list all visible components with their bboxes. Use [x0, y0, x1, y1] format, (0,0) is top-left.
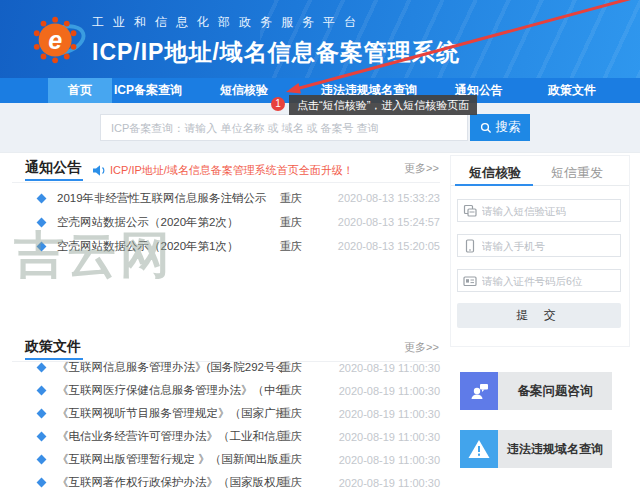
- notice-row-time: 2020-08-13 15:33:23: [338, 192, 440, 204]
- notices-more-link[interactable]: 更多>>: [404, 161, 439, 176]
- policy-row-region: 重庆: [280, 360, 302, 375]
- sms-tabs: 短信核验 短信重发: [451, 156, 629, 186]
- policy-row-region: 重庆: [280, 452, 302, 467]
- policy-row-title[interactable]: 《互联网著作权行政保护办法》（国家版权局 信息产业部令第5号: [57, 475, 282, 490]
- policies-title: 政策文件: [25, 338, 81, 356]
- policy-row[interactable]: 《互联网著作权行政保护办法》（国家版权局 信息产业部令第5号 重庆 2020-0…: [12, 471, 440, 494]
- phone-field-wrap: [457, 234, 621, 257]
- policy-row-title[interactable]: 《电信业务经营许可管理办法》（工业和信息化部令第5号）: [57, 429, 282, 444]
- notice-marquee[interactable]: ICP/IP地址/域名信息备案管理系统首页全面升级！: [110, 163, 354, 178]
- notice-row[interactable]: 2019年非经营性互联网信息服务注销公示 重庆 2020-08-13 15:33…: [12, 186, 440, 210]
- diamond-bullet-icon: [37, 363, 47, 373]
- notice-row-title[interactable]: 空壳网站数据公示（2020年第2次）: [57, 215, 238, 230]
- policy-row-time: 2020-08-19 11:00:30: [339, 431, 440, 443]
- warning-icon: [460, 430, 498, 468]
- notice-row-region: 重庆: [280, 215, 302, 230]
- icp-search-input[interactable]: [100, 114, 468, 141]
- id-number-input[interactable]: [482, 275, 612, 287]
- illegal-domain-banner[interactable]: 违法违规域名查询: [460, 430, 612, 468]
- consult-icon: [460, 372, 498, 410]
- notice-row[interactable]: 空壳网站数据公示（2020年第1次） 重庆 2020-08-13 15:20:0…: [12, 234, 440, 258]
- policy-row-time: 2020-08-19 11:00:30: [339, 477, 440, 489]
- policy-row-time: 2020-08-19 11:00:30: [339, 362, 440, 374]
- speaker-icon: [92, 164, 107, 177]
- policy-row-title[interactable]: 《互联网出版管理暂行规定 》（国新闻出版总署、信息产业部令: [57, 452, 282, 467]
- divider: [0, 152, 640, 153]
- notice-list: 2019年非经营性互联网信息服务注销公示 重庆 2020-08-13 15:33…: [12, 186, 440, 258]
- policy-row-title[interactable]: 《互联网医疗保健信息服务管理办法》（中华人民共和国卫生部令: [57, 383, 282, 398]
- diamond-bullet-icon: [37, 432, 47, 442]
- search-button-label: 搜索: [496, 119, 521, 136]
- diamond-bullet-icon: [37, 478, 47, 488]
- icp-beian-homepage: e 工业和信息化部政务服务平台 ICP/IP地址/域名信息备案管理系统 首页 I…: [0, 0, 640, 500]
- search-icon: [480, 122, 492, 134]
- notice-row-region: 重庆: [280, 239, 302, 254]
- site-header: e 工业和信息化部政务服务平台 ICP/IP地址/域名信息备案管理系统: [0, 0, 640, 78]
- notice-row-region: 重庆: [280, 191, 302, 206]
- diamond-bullet-icon: [37, 455, 47, 465]
- policy-row-time: 2020-08-19 11:00:30: [339, 385, 440, 397]
- consult-banner-label: 备案问题咨询: [518, 383, 593, 400]
- notice-row-time: 2020-08-13 15:24:57: [338, 216, 440, 228]
- nav-item[interactable]: 政策文件: [524, 78, 620, 103]
- id-card-icon: [458, 274, 482, 288]
- active-tab-underline: [455, 184, 533, 186]
- policy-row[interactable]: 《互联网信息服务管理办法》(国务院292号令) 重庆 2020-08-19 11…: [12, 356, 440, 379]
- platform-name: 工业和信息化部政务服务平台: [92, 14, 460, 31]
- notice-row-time: 2020-08-13 15:20:05: [338, 240, 440, 252]
- policy-row[interactable]: 《互联网视听节目服务管理规定》（国家广播电影电视总局、信 重庆 2020-08-…: [12, 402, 440, 425]
- annotation-step-badge: 1: [271, 97, 285, 111]
- notices-header-line: [12, 182, 440, 183]
- id-number-field-wrap: [457, 269, 621, 292]
- notices-title: 通知公告: [25, 159, 81, 177]
- submit-button[interactable]: 提 交: [457, 303, 621, 328]
- notice-row-title[interactable]: 2019年非经营性互联网信息服务注销公示: [57, 191, 267, 206]
- policy-row-region: 重庆: [280, 429, 302, 444]
- policy-row-region: 重庆: [280, 406, 302, 421]
- policy-row[interactable]: 《电信业务经营许可管理办法》（工业和信息化部令第5号） 重庆 2020-08-1…: [12, 425, 440, 448]
- diamond-bullet-icon: [37, 217, 47, 227]
- nav-item[interactable]: 短信核验: [184, 78, 304, 103]
- tab-sms-resend[interactable]: 短信重发: [551, 164, 603, 182]
- miit-gear-logo-icon: e: [28, 9, 90, 71]
- policy-row-title[interactable]: 《互联网视听节目服务管理规定》（国家广播电影电视总局、信: [57, 406, 282, 421]
- policy-row-region: 重庆: [280, 475, 302, 490]
- nav-item[interactable]: ICP备案查询: [112, 78, 184, 103]
- sms-code-input[interactable]: [482, 205, 612, 217]
- svg-text:e: e: [48, 26, 62, 54]
- annotation-tooltip: 点击“短信核验”，进入短信核验页面: [289, 95, 477, 115]
- site-title: ICP/IP地址/域名信息备案管理系统: [92, 37, 460, 68]
- policy-row-title[interactable]: 《互联网信息服务管理办法》(国务院292号令): [57, 360, 282, 375]
- policies-more-link[interactable]: 更多>>: [404, 340, 439, 355]
- sms-code-icon: [458, 204, 482, 218]
- diamond-bullet-icon: [37, 241, 47, 251]
- notice-row-title[interactable]: 空壳网站数据公示（2020年第1次）: [57, 239, 238, 254]
- consult-banner-bar: 备案问题咨询: [498, 372, 612, 410]
- phone-icon: [458, 239, 482, 253]
- nav-item[interactable]: 首页: [48, 78, 112, 103]
- search-button[interactable]: 搜索: [470, 114, 530, 141]
- notices-title-underline: [25, 179, 83, 181]
- notice-row[interactable]: 空壳网站数据公示（2020年第2次） 重庆 2020-08-13 15:24:5…: [12, 210, 440, 234]
- sms-code-field-wrap: [457, 199, 621, 222]
- consult-banner[interactable]: 备案问题咨询: [460, 372, 612, 410]
- policy-row[interactable]: 《互联网出版管理暂行规定 》（国新闻出版总署、信息产业部令 重庆 2020-08…: [12, 448, 440, 471]
- policy-row-time: 2020-08-19 11:00:30: [339, 408, 440, 420]
- illegal-domain-banner-bar: 违法违规域名查询: [498, 430, 612, 468]
- phone-input[interactable]: [482, 240, 612, 252]
- policy-row-time: 2020-08-19 11:00:30: [339, 454, 440, 466]
- policy-row[interactable]: 《互联网医疗保健信息服务管理办法》（中华人民共和国卫生部令 重庆 2020-08…: [12, 379, 440, 402]
- diamond-bullet-icon: [37, 193, 47, 203]
- diamond-bullet-icon: [37, 386, 47, 396]
- policy-row-region: 重庆: [280, 383, 302, 398]
- illegal-domain-banner-label: 违法违规域名查询: [507, 441, 603, 458]
- header-text: 工业和信息化部政务服务平台 ICP/IP地址/域名信息备案管理系统: [92, 14, 460, 68]
- policy-list: 《互联网信息服务管理办法》(国务院292号令) 重庆 2020-08-19 11…: [12, 356, 440, 494]
- tab-sms-verify[interactable]: 短信核验: [469, 164, 521, 182]
- sms-verify-card: 短信核验 短信重发: [450, 155, 630, 347]
- diamond-bullet-icon: [37, 409, 47, 419]
